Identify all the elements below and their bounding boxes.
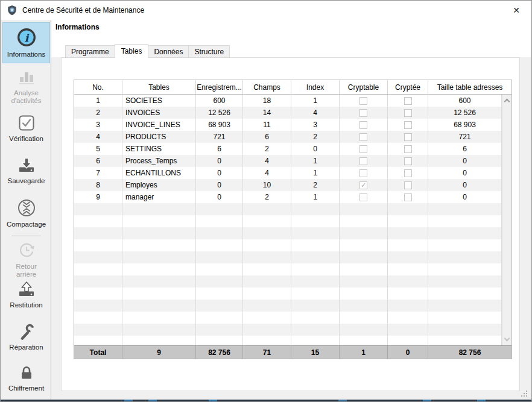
- sidebar-item-compactage[interactable]: Compactage: [1, 198, 51, 228]
- sidebar-item-label: Informations: [7, 51, 45, 58]
- table-row[interactable]: 4PRODUCTS72162721: [74, 131, 502, 143]
- table-row[interactable]: 3INVOICE_LINES68 90311368 903: [74, 119, 502, 131]
- column-header-index[interactable]: Index: [291, 80, 340, 94]
- cell-cryptable: [340, 215, 388, 227]
- cell-no: [74, 275, 122, 287]
- cell-name: [122, 336, 196, 345]
- cryptable-checkbox: [359, 157, 367, 165]
- cell-name: manager: [122, 191, 196, 203]
- resize-grip-icon[interactable]: [520, 389, 527, 397]
- cell-name: INVOICE_LINES: [122, 119, 196, 131]
- cell-encrypted: [388, 95, 428, 107]
- window-title: Centre de Sécurité et de Maintenance: [22, 6, 144, 14]
- cell-encrypted: [388, 155, 428, 167]
- cell-cryptable: [340, 300, 388, 312]
- cell-name: [122, 227, 196, 239]
- column-header-cryptable[interactable]: Cryptable: [340, 80, 388, 94]
- lock-icon: [18, 365, 35, 383]
- cell-cryptable: [340, 119, 388, 131]
- cell-no: 2: [74, 107, 122, 119]
- cell-records: [196, 203, 243, 215]
- cell-name: SETTINGS: [122, 143, 196, 155]
- cell-index: [291, 312, 340, 324]
- cell-cryptable: [340, 203, 388, 215]
- empty-row: [74, 227, 502, 239]
- tab-structure[interactable]: Structure: [188, 45, 230, 58]
- table-row[interactable]: 2INVOICES12 52614412 526: [74, 107, 502, 119]
- cell-records: 0: [196, 167, 243, 179]
- cell-fields: 2: [243, 143, 291, 155]
- tab-donnees[interactable]: Données: [148, 45, 189, 58]
- sidebar-item-informations[interactable]: iInformations: [2, 22, 50, 63]
- sidebar-item-verification[interactable]: Vérification: [1, 114, 51, 143]
- shield-app-icon: [7, 5, 17, 16]
- table-row[interactable]: 9manager0210: [74, 191, 502, 203]
- cell-addr_size: [428, 227, 502, 239]
- cell-no: [74, 336, 122, 345]
- total-addr_size: 82 756: [428, 346, 511, 359]
- cell-name: ECHANTILLONS: [122, 167, 196, 179]
- cell-fields: [243, 287, 291, 300]
- wrench-icon: [17, 322, 36, 342]
- table-row[interactable]: 8Employes01020: [74, 179, 502, 191]
- table-row[interactable]: 5SETTINGS6206: [74, 143, 502, 155]
- sidebar-item-reparation[interactable]: Réparation: [1, 322, 51, 351]
- cell-records: 0: [196, 179, 243, 191]
- tab-tables[interactable]: Tables: [115, 44, 149, 58]
- cell-records: 600: [196, 95, 243, 107]
- column-header-no[interactable]: No.: [74, 80, 122, 94]
- cell-addr_size: 12 526: [428, 107, 502, 119]
- table-row[interactable]: 1SOCIETES600181600: [74, 95, 502, 107]
- cell-no: [74, 263, 122, 275]
- table-row[interactable]: 7ECHANTILLONS0410: [74, 167, 502, 179]
- cell-index: 1: [291, 95, 340, 107]
- cell-cryptable: [340, 251, 388, 263]
- cell-addr_size: 0: [428, 167, 502, 179]
- tab-programme[interactable]: Programme: [65, 45, 115, 58]
- sidebar: iInformationsAnalysed'activitésVérificat…: [1, 20, 51, 400]
- cell-encrypted: [388, 263, 428, 275]
- cell-no: [74, 227, 122, 239]
- activity-bars-icon: [17, 68, 36, 88]
- rollback-clock-icon: [17, 240, 36, 262]
- main-area: Informations ProgrammeTablesDonnéesStruc…: [51, 20, 531, 401]
- sidebar-item-label: Compactage: [7, 221, 46, 228]
- cell-fields: [243, 275, 291, 287]
- cell-records: [196, 312, 243, 324]
- cryptable-checkbox: [359, 169, 367, 177]
- cell-index: 4: [291, 107, 340, 119]
- cell-addr_size: [428, 300, 502, 312]
- column-header-encrypted[interactable]: Cryptée: [388, 80, 428, 94]
- sidebar-item-label: Restitution: [10, 301, 42, 309]
- scroll-down-icon[interactable]: [504, 336, 510, 342]
- cell-name: SOCIETES: [122, 95, 196, 107]
- column-header-records[interactable]: Enregistrem...: [196, 80, 243, 94]
- total-encrypted: 0: [388, 346, 428, 359]
- column-header-fields[interactable]: Champs: [243, 80, 291, 94]
- cell-name: [122, 287, 196, 300]
- cell-name: [122, 324, 196, 336]
- cell-name: [122, 239, 196, 251]
- cell-no: [74, 312, 122, 324]
- cell-records: [196, 263, 243, 275]
- cryptable-checkbox: [359, 193, 367, 201]
- empty-row: [74, 263, 502, 275]
- table-row[interactable]: 6Process_Temps0410: [74, 155, 502, 167]
- cell-cryptable: [340, 312, 388, 324]
- cell-records: 0: [196, 155, 243, 167]
- scroll-up-icon[interactable]: [504, 99, 510, 105]
- sidebar-item-chiffrement[interactable]: Chiffrement: [1, 365, 51, 392]
- sidebar-item-sauvegarde[interactable]: Sauvegarde: [1, 156, 51, 185]
- cell-fields: 18: [243, 95, 291, 107]
- column-header-addr_size[interactable]: Taille table adresses: [428, 80, 511, 94]
- close-icon[interactable]: ✕: [509, 4, 524, 17]
- sidebar-item-restitution[interactable]: Restitution: [1, 280, 51, 309]
- total-index: 15: [291, 346, 340, 359]
- sidebar-item-label: Réparation: [9, 344, 43, 351]
- column-header-name[interactable]: Tables: [122, 80, 196, 94]
- cell-no: 8: [74, 179, 122, 191]
- cell-no: 5: [74, 143, 122, 155]
- vertical-scrollbar[interactable]: [502, 95, 511, 345]
- cell-name: [122, 203, 196, 215]
- cell-addr_size: [428, 215, 502, 227]
